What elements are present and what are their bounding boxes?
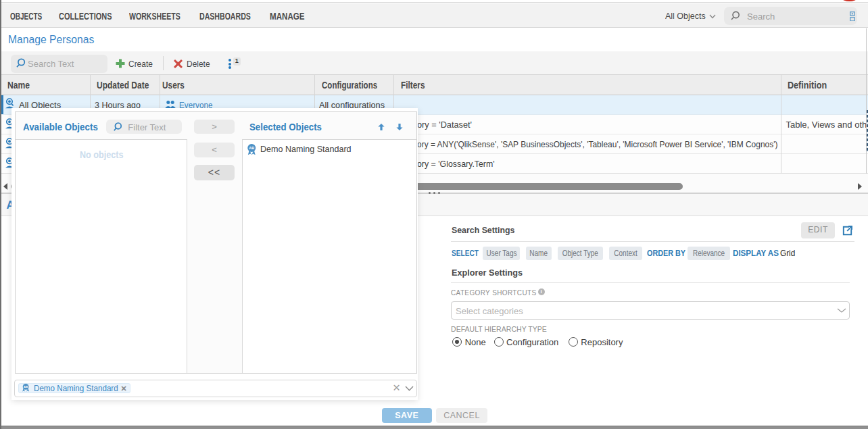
svg-text:AB: AB	[24, 385, 28, 388]
svg-text:AB: AB	[249, 146, 254, 150]
